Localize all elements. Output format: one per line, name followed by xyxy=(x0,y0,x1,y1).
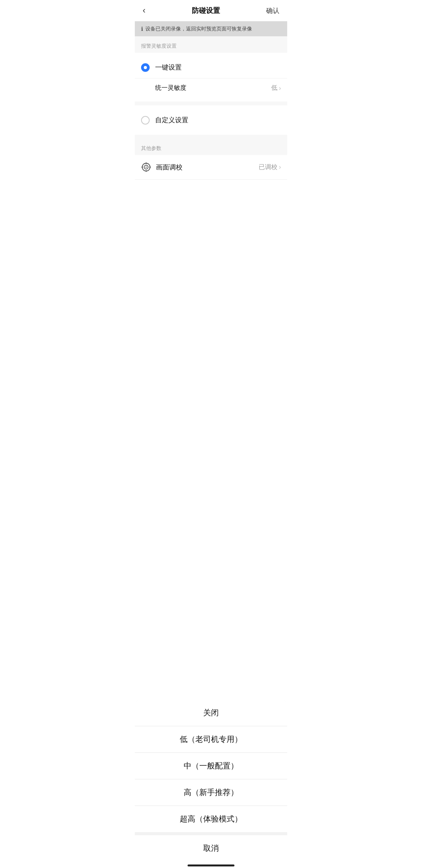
screen-calibration-label: 画面调校 xyxy=(156,163,182,172)
target-icon xyxy=(141,162,151,172)
screen-calibration-area: 画面调校 已调校 › xyxy=(135,155,287,180)
unified-sensitivity-label: 统一灵敏度 xyxy=(155,84,186,92)
screen-calibration-row[interactable]: 画面调校 已调校 › xyxy=(135,155,287,180)
screen-calibration-chevron: › xyxy=(279,164,281,171)
alarm-section-label: 报警灵敏度设置 xyxy=(135,36,287,53)
screen-calibration-value: 已调校 › xyxy=(259,163,281,171)
notice-bar: ℹ 设备已关闭录像，返回实时预览页面可恢复录像 xyxy=(135,21,287,36)
other-params-label: 其他参数 xyxy=(135,139,287,155)
custom-radio[interactable] xyxy=(141,116,150,125)
unified-sensitivity-row[interactable]: 统一灵敏度 低 › xyxy=(135,78,287,98)
back-button[interactable]: ‹ xyxy=(143,5,145,16)
one-key-radio[interactable] xyxy=(141,63,150,72)
svg-point-2 xyxy=(146,167,147,168)
unified-sensitivity-chevron: › xyxy=(279,85,281,92)
header: ‹ 防碰设置 确认 xyxy=(135,0,287,21)
page-title: 防碰设置 xyxy=(192,6,220,15)
one-key-setting-row[interactable]: 一键设置 xyxy=(135,57,287,78)
divider-1 xyxy=(135,102,287,105)
screen-calibration-left: 画面调校 xyxy=(141,162,182,172)
custom-setting-area: 自定义设置 xyxy=(135,105,287,135)
screen-calibration-status: 已调校 xyxy=(259,163,277,171)
custom-label: 自定义设置 xyxy=(155,116,188,125)
custom-setting-row[interactable]: 自定义设置 xyxy=(135,109,287,131)
info-icon: ℹ xyxy=(141,26,143,32)
notice-text: 设备已关闭录像，返回实时预览页面可恢复录像 xyxy=(145,25,252,32)
one-key-setting-area: 一键设置 统一灵敏度 低 › xyxy=(135,53,287,102)
divider-2 xyxy=(135,135,287,139)
unified-sensitivity-current: 低 xyxy=(271,84,277,92)
one-key-label: 一键设置 xyxy=(155,63,182,72)
confirm-button[interactable]: 确认 xyxy=(266,6,279,15)
unified-sensitivity-value: 低 › xyxy=(271,84,281,92)
